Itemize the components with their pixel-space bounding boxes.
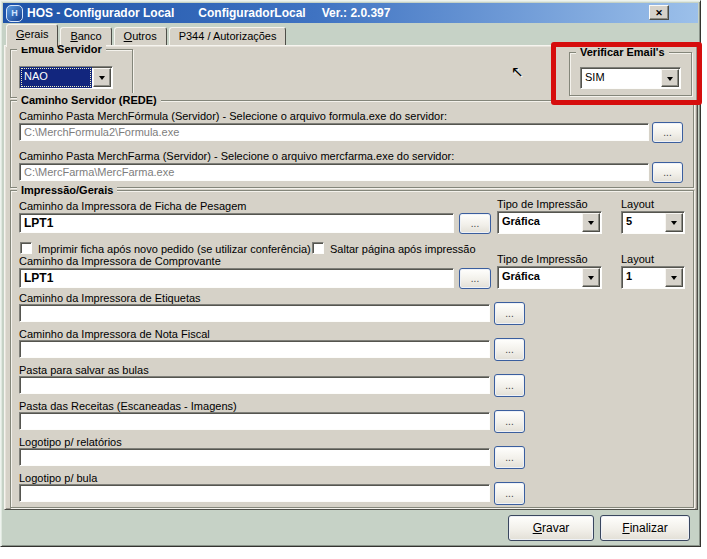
caminho-servidor-rede-group: Caminho Servidor (REDE) Caminho Pasta Me… xyxy=(10,100,694,188)
chevron-down-icon[interactable] xyxy=(665,213,683,232)
chevron-down-icon[interactable] xyxy=(665,268,683,287)
pasta-receitas-label: Pasta das Receitas (Escaneadas - Imagens… xyxy=(19,400,237,412)
browse-etiquetas-button[interactable]: ... xyxy=(494,302,525,325)
browse-pasta-bulas-button[interactable]: ... xyxy=(494,374,525,397)
verificar-emails-group-title: Verificar Email's xyxy=(576,45,669,59)
layout-pesagem-select[interactable]: 5 xyxy=(621,211,685,234)
verificar-emails-value: SIM xyxy=(581,68,660,88)
finalizar-button[interactable]: Finalizar xyxy=(600,515,690,541)
impressora-comprovante-input[interactable] xyxy=(19,268,454,288)
tab-strip: Gerais Banco Outros P344 / Autorizações xyxy=(6,27,288,45)
browse-logotipo-bula-button[interactable]: ... xyxy=(494,482,525,505)
impressora-etiquetas-label: Caminho da Impressora de Etiquetas xyxy=(19,292,201,304)
caminho-servidor-rede-title: Caminho Servidor (REDE) xyxy=(17,93,161,107)
browse-nota-fiscal-button[interactable]: ... xyxy=(494,338,525,361)
emula-servidor-value: NAO xyxy=(20,67,92,88)
merchfarma-path-input[interactable] xyxy=(19,163,649,181)
merchfarma-path-label: Caminho Pasta MerchFarma (Servidor) - Se… xyxy=(19,150,454,162)
impressora-nota-fiscal-input[interactable] xyxy=(19,340,490,358)
logotipo-bula-input[interactable] xyxy=(19,484,490,502)
browse-logotipo-relatorios-button[interactable]: ... xyxy=(494,446,525,469)
logotipo-relatorios-input[interactable] xyxy=(19,448,490,466)
impressora-nota-fiscal-label: Caminho da Impressora de Nota Fiscal xyxy=(19,328,210,340)
configurador-local-window: H HOS - Configurador Local ConfiguradorL… xyxy=(0,0,701,547)
chevron-down-icon[interactable] xyxy=(93,68,111,87)
app-icon: H xyxy=(6,5,23,22)
merchformula-path-label: Caminho Pasta MerchFórmula (Servidor) - … xyxy=(19,110,447,122)
impressora-comprovante-label: Caminho da Impressora de Comprovante xyxy=(19,255,221,267)
merchformula-path-input[interactable] xyxy=(19,123,649,141)
saltar-pagina-checkbox-label: Saltar página após impressão xyxy=(330,243,476,255)
browse-pasta-receitas-button[interactable]: ... xyxy=(494,410,525,433)
emula-servidor-group: Emula Servidor NAO xyxy=(10,49,133,98)
layout-comprovante-value-select[interactable]: 1 xyxy=(621,266,685,289)
browse-comprovante-button[interactable]: ... xyxy=(459,268,491,289)
browse-pesagem-button[interactable]: ... xyxy=(459,213,491,234)
layout-comprovante-label: Layout xyxy=(621,253,654,265)
window-version: Ver.: 2.0.397 xyxy=(322,6,391,20)
tab-page-gerais: Emula Servidor NAO Verificar Email's SIM… xyxy=(4,45,698,510)
tab-outros[interactable]: Outros xyxy=(114,27,167,45)
chevron-down-icon[interactable] xyxy=(661,69,679,87)
saltar-pagina-checkbox[interactable] xyxy=(312,242,324,254)
titlebar[interactable]: H HOS - Configurador Local ConfiguradorL… xyxy=(3,3,698,23)
pasta-bulas-input[interactable] xyxy=(19,376,490,394)
tab-p344-autorizacoes[interactable]: P344 / Autorizações xyxy=(169,27,287,45)
verificar-emails-group: Verificar Email's SIM xyxy=(569,52,692,96)
mouse-cursor: ↖ xyxy=(511,63,524,81)
tipo-impressao-pesagem-select[interactable]: Gráfica xyxy=(497,211,602,234)
pasta-receitas-input[interactable] xyxy=(19,412,490,430)
layout-pesagem-label: Layout xyxy=(621,198,654,210)
browse-merchformula-button[interactable]: ... xyxy=(652,122,683,143)
impressao-gerais-group: Impressão/Gerais Caminho da Impressora d… xyxy=(10,190,694,508)
impressao-gerais-title: Impressão/Gerais xyxy=(17,183,117,197)
logotipo-relatorios-label: Logotipo p/ relatórios xyxy=(19,436,122,448)
logotipo-bula-label: Logotipo p/ bula xyxy=(19,472,97,484)
emula-servidor-select[interactable]: NAO xyxy=(19,66,113,89)
tab-gerais[interactable]: Gerais xyxy=(6,24,58,47)
imprimir-ficha-checkbox[interactable] xyxy=(20,242,32,254)
impressora-etiquetas-input[interactable] xyxy=(19,304,490,322)
tipo-impressao-comprovante-select[interactable]: Gráfica xyxy=(497,266,602,289)
verificar-emails-select[interactable]: SIM xyxy=(580,67,681,89)
impressora-pesagem-label: Caminho da Impressora de Ficha de Pesage… xyxy=(19,200,246,212)
pasta-bulas-label: Pasta para salvar as bulas xyxy=(19,364,149,376)
window-app-name: ConfiguradorLocal xyxy=(198,6,305,20)
layout-comprovante-value: 1 xyxy=(622,267,664,288)
tipo-impressao-pesagem-label: Tipo de Impressão xyxy=(497,198,588,210)
chevron-down-icon[interactable] xyxy=(582,268,600,287)
chevron-down-icon[interactable] xyxy=(582,213,600,232)
tab-banco[interactable]: Banco xyxy=(60,27,111,45)
close-icon[interactable]: ✕ xyxy=(649,5,669,20)
layout-pesagem-value: 5 xyxy=(622,212,664,233)
tipo-impressao-comprovante-value: Gráfica xyxy=(498,267,581,288)
gravar-button[interactable]: Gravar xyxy=(508,515,594,541)
impressora-pesagem-input[interactable] xyxy=(19,213,454,233)
tipo-impressao-comprovante-label: Tipo de Impressão xyxy=(497,253,588,265)
window-title: HOS - Configurador Local xyxy=(27,6,174,20)
imprimir-ficha-checkbox-label: Imprimir ficha após novo pedido (se util… xyxy=(38,243,311,255)
browse-merchfarma-button[interactable]: ... xyxy=(652,162,683,183)
tipo-impressao-pesagem-value: Gráfica xyxy=(498,212,581,233)
